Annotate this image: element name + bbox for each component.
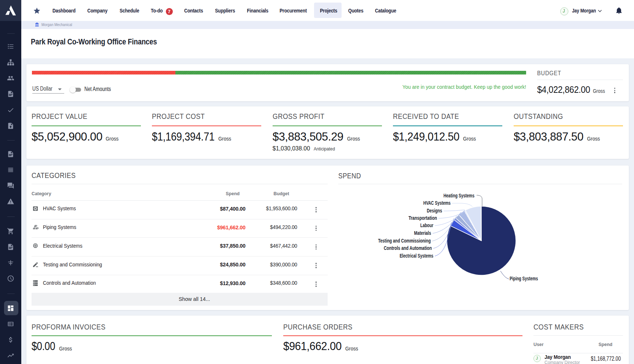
svg-text:Materials: Materials <box>414 230 431 236</box>
svg-text:Transportation: Transportation <box>408 215 437 221</box>
svg-text:Electrical Systems: Electrical Systems <box>400 253 433 259</box>
svg-text:HVAC Systems: HVAC Systems <box>423 200 451 206</box>
svg-text:Labour: Labour <box>420 222 434 228</box>
svg-text:Testing and Commissioning: Testing and Commissioning <box>378 238 431 244</box>
svg-text:Designs: Designs <box>427 208 442 214</box>
svg-text:Heating Systems: Heating Systems <box>444 193 474 199</box>
svg-text:Piping Systems: Piping Systems <box>510 276 538 281</box>
svg-text:Controls and Automation: Controls and Automation <box>384 245 432 251</box>
